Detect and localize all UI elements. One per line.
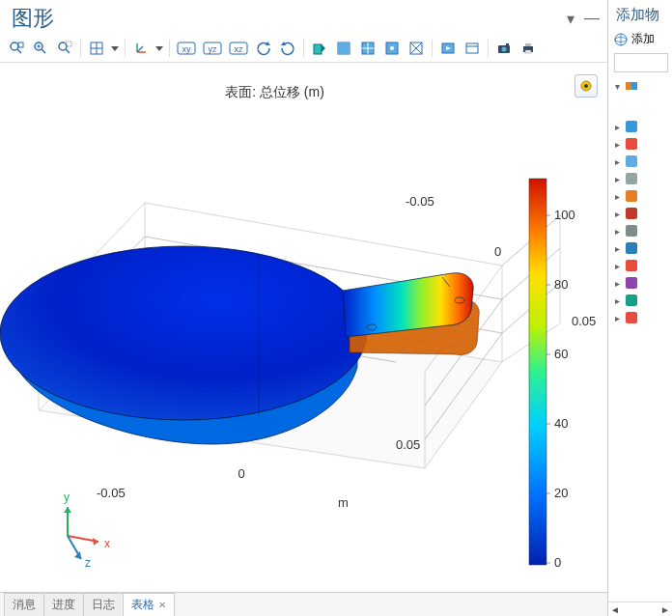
physics-item[interactable]: ▸ (610, 170, 670, 187)
svg-rect-40 (466, 43, 478, 53)
physics-item[interactable]: ▸ (610, 309, 670, 326)
expand-icon[interactable]: ▸ (612, 174, 622, 184)
scroll-left-icon[interactable]: ◄ (610, 604, 620, 615)
svg-text:xy: xy (182, 44, 192, 54)
tab-label: 进度 (52, 597, 75, 613)
expand-icon[interactable]: ▸ (612, 191, 622, 202)
physics-item[interactable]: ▸ (610, 257, 670, 274)
physics-item[interactable]: ▸ (610, 135, 670, 153)
view-xy-icon[interactable]: xy (175, 38, 198, 59)
physics-item[interactable]: ▸ (610, 153, 670, 170)
search-input[interactable] (614, 53, 668, 72)
expand-icon[interactable]: ▸ (612, 295, 622, 306)
rotate-cw-icon[interactable] (277, 38, 298, 59)
axis-triad-icon[interactable] (130, 38, 152, 59)
svg-marker-13 (111, 46, 119, 51)
view-xz-icon[interactable]: xz (227, 38, 250, 59)
axis-dropdown-icon[interactable] (154, 38, 164, 59)
svg-text:x: x (104, 537, 110, 550)
grid-icon[interactable] (86, 38, 107, 59)
tab-消息[interactable]: 消息 (4, 593, 44, 616)
tab-label: 表格 (131, 597, 154, 613)
physics-item[interactable]: ▸ (610, 239, 670, 257)
expand-icon[interactable]: ▸ (612, 261, 622, 271)
tab-进度[interactable]: 进度 (43, 593, 84, 616)
svg-text:100: 100 (554, 208, 575, 222)
zoom-out-icon[interactable] (54, 38, 75, 59)
add-label[interactable]: 添加 (631, 31, 655, 47)
physics-tree: ▾ ▸ ▸ ▸ ▸ ▸ ▸ ▸ ▸ ▸ (608, 75, 672, 328)
rotate-ccw-icon[interactable] (253, 38, 274, 59)
tree-root-icon (624, 78, 639, 94)
svg-text:xz: xz (235, 44, 244, 54)
svg-rect-80 (529, 179, 546, 565)
svg-marker-27 (322, 44, 325, 52)
expand-icon[interactable]: ▸ (612, 139, 622, 150)
svg-point-0 (11, 42, 18, 50)
wireframe-icon[interactable] (357, 38, 378, 59)
physics-item[interactable]: ▸ (610, 274, 670, 292)
physics-item[interactable]: ▸ (610, 187, 670, 205)
menu-dropdown-icon[interactable]: ▾ (563, 11, 578, 26)
expand-icon[interactable]: ▸ (612, 209, 622, 219)
expand-icon[interactable]: ▸ (612, 278, 622, 289)
svg-point-34 (390, 46, 394, 50)
svg-text:0.05: 0.05 (572, 314, 596, 328)
svg-rect-101 (626, 173, 637, 184)
physics-icon-12 (624, 310, 639, 325)
physics-item[interactable]: ▸ (610, 292, 670, 309)
print-icon[interactable] (518, 38, 539, 59)
zoom-to-fit-icon[interactable] (6, 38, 27, 59)
close-icon[interactable]: ✕ (158, 600, 166, 610)
tab-label: 消息 (13, 597, 36, 613)
mesh-icon[interactable] (406, 38, 427, 59)
svg-text:0.05: 0.05 (396, 437, 420, 452)
svg-rect-106 (626, 260, 637, 271)
svg-text:80: 80 (554, 277, 568, 292)
svg-text:0: 0 (554, 555, 561, 570)
svg-text:40: 40 (554, 416, 568, 431)
physics-item[interactable]: ▸ (610, 205, 670, 222)
window-icon[interactable] (462, 38, 483, 59)
horizontal-scrollbar[interactable]: ◄ ► (608, 602, 672, 616)
svg-line-1 (17, 49, 21, 53)
view-yz-icon[interactable]: yz (201, 38, 224, 59)
collapse-icon[interactable]: ▾ (612, 81, 622, 92)
expand-icon[interactable]: ▸ (612, 122, 622, 132)
scroll-right-icon[interactable]: ► (660, 604, 670, 615)
camera-icon[interactable] (493, 38, 515, 59)
select-icon[interactable] (381, 38, 403, 59)
x-axis-label: m (338, 495, 349, 510)
svg-rect-103 (626, 208, 637, 219)
expand-icon[interactable]: ▸ (612, 226, 622, 237)
svg-line-4 (42, 49, 45, 53)
svg-text:0: 0 (494, 244, 501, 259)
plot-area[interactable]: 表面: 总位移 (m) (0, 63, 607, 592)
transparency-icon[interactable] (333, 38, 354, 59)
svg-text:-0.05: -0.05 (406, 194, 434, 209)
physics-icon-11 (624, 293, 639, 308)
expand-icon[interactable]: ▸ (612, 313, 622, 323)
tab-表格[interactable]: 表格✕ (123, 593, 175, 616)
svg-rect-47 (525, 50, 531, 53)
expand-icon[interactable]: ▸ (612, 156, 622, 167)
svg-rect-97 (631, 82, 637, 90)
panel-header: 图形 ▾ — (0, 0, 607, 35)
grid-dropdown-icon[interactable] (110, 38, 120, 59)
svg-rect-44 (506, 43, 509, 45)
physics-item[interactable]: ▸ (610, 118, 670, 135)
render-icon[interactable] (437, 38, 459, 59)
physics-item[interactable]: ▸ (610, 222, 670, 239)
svg-text:60: 60 (554, 347, 568, 361)
minimize-icon[interactable]: — (584, 11, 600, 26)
tree-root[interactable]: ▾ (610, 77, 670, 95)
add-physics-panel: 添加物 添加 ▾ ▸ ▸ ▸ ▸ ▸ ▸ (608, 0, 672, 616)
plot-canvas[interactable]: -0.05 0 0.05 m -0.05 0 0.05 x y z (0, 63, 608, 584)
zoom-in-icon[interactable] (30, 38, 51, 59)
svg-text:20: 20 (554, 486, 568, 500)
light-icon[interactable] (309, 38, 330, 59)
tab-日志[interactable]: 日志 (83, 593, 124, 616)
expand-icon[interactable]: ▸ (612, 243, 622, 254)
physics-icon-2 (624, 136, 639, 152)
globe-icon (614, 33, 628, 46)
